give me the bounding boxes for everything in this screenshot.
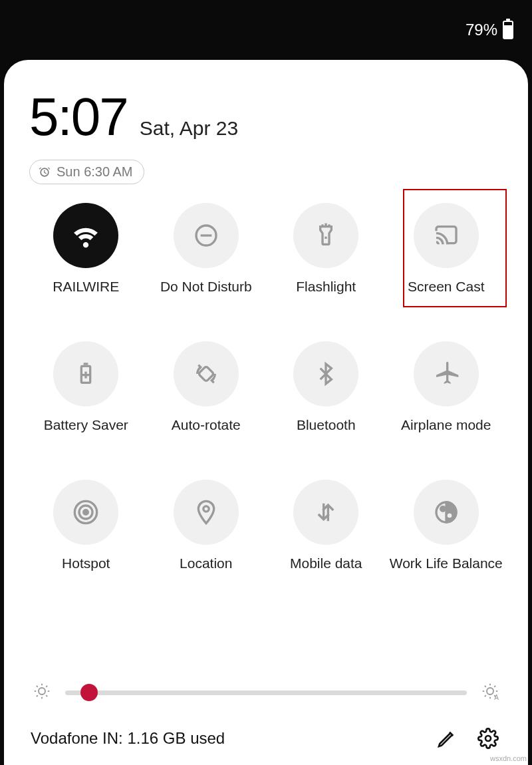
tile-hotspot-circle <box>53 480 118 545</box>
tile-dnd-label: Do Not Disturb <box>160 279 252 295</box>
tile-hotspot-label: Hotspot <box>62 555 110 571</box>
tile-wifi-circle <box>53 203 118 268</box>
gear-icon <box>477 728 499 749</box>
svg-line-35 <box>494 686 495 687</box>
tile-flashlight-label: Flashlight <box>296 279 356 295</box>
work-life-icon <box>433 499 460 526</box>
cast-icon <box>433 222 460 249</box>
tile-bluetooth-label: Bluetooth <box>297 417 356 433</box>
brightness-low-icon[interactable] <box>32 681 52 704</box>
tile-airplane[interactable]: Airplane mode <box>390 341 503 433</box>
tile-flashlight[interactable]: Flashlight <box>269 203 383 295</box>
brightness-auto-icon[interactable]: A <box>480 681 500 704</box>
tile-flashlight-circle <box>293 203 358 268</box>
brightness-row: A <box>29 681 503 704</box>
brightness-slider-thumb[interactable] <box>80 684 98 701</box>
tile-airplane-circle <box>414 341 479 406</box>
tile-location-label: Location <box>180 555 232 571</box>
tile-mobile-data-circle <box>293 480 358 545</box>
brightness-slider[interactable] <box>65 690 467 695</box>
tile-dnd[interactable]: Do Not Disturb <box>150 203 263 295</box>
dnd-icon <box>193 222 219 249</box>
svg-line-26 <box>46 686 47 687</box>
tile-mobile-data-label: Mobile data <box>290 555 362 571</box>
tile-battery-saver-circle <box>53 341 118 406</box>
tile-auto-rotate[interactable]: Auto-rotate <box>150 341 263 433</box>
footer-row: Vodafone IN: 1.16 GB used <box>29 722 503 752</box>
clock-row: 5:07 Sat, Apr 23 <box>29 86 503 148</box>
status-bar: 79% <box>0 0 532 60</box>
tile-mobile-data[interactable]: Mobile data <box>269 480 383 571</box>
alarm-label: Sun 6:30 AM <box>57 164 133 180</box>
svg-point-16 <box>440 507 445 512</box>
svg-point-37 <box>485 736 491 741</box>
tile-location-circle <box>174 480 239 545</box>
tile-auto-rotate-circle <box>174 341 239 406</box>
settings-button[interactable] <box>475 725 501 752</box>
svg-point-18 <box>39 688 45 694</box>
location-icon <box>193 499 219 526</box>
svg-line-24 <box>46 695 47 696</box>
tile-wifi-label: RAILWIRE <box>53 279 119 295</box>
alarm-chip[interactable]: Sun 6:30 AM <box>29 160 144 184</box>
svg-line-34 <box>485 695 486 696</box>
clock-date: Sat, Apr 23 <box>140 117 238 140</box>
tile-auto-rotate-label: Auto-rotate <box>172 417 241 433</box>
tile-screencast[interactable]: Screen Cast <box>390 203 503 295</box>
bluetooth-icon <box>313 361 339 387</box>
battery-saver-icon <box>72 361 99 387</box>
mobile-data-icon <box>313 499 339 526</box>
svg-point-14 <box>203 506 209 512</box>
pencil-icon <box>436 728 458 749</box>
tile-work-life[interactable]: Work Life Balance <box>390 480 503 571</box>
tile-dnd-circle <box>174 203 239 268</box>
tile-wifi[interactable]: RAILWIRE <box>29 203 143 295</box>
tile-bluetooth[interactable]: Bluetooth <box>269 341 383 433</box>
tile-screencast-circle <box>414 203 479 268</box>
tile-hotspot[interactable]: Hotspot <box>29 480 143 571</box>
svg-line-23 <box>37 686 38 687</box>
tile-bluetooth-circle <box>293 341 358 406</box>
battery-percent: 79% <box>466 21 497 39</box>
watermark: wsxdn.com <box>490 754 527 762</box>
clock-time: 5:07 <box>29 86 128 148</box>
tile-work-life-label: Work Life Balance <box>390 555 503 571</box>
svg-text:A: A <box>494 694 499 701</box>
flashlight-icon <box>313 222 339 249</box>
svg-line-25 <box>37 695 38 696</box>
quick-settings-panel: 5:07 Sat, Apr 23 Sun 6:30 AM RAILWIRE Do… <box>4 60 528 765</box>
alarm-clock-icon <box>38 166 51 179</box>
carrier-usage: Vodafone IN: 1.16 GB used <box>31 729 225 748</box>
tile-airplane-label: Airplane mode <box>401 417 491 433</box>
svg-point-11 <box>84 510 88 515</box>
tile-location[interactable]: Location <box>150 480 263 571</box>
battery-icon <box>503 21 513 39</box>
edit-button[interactable] <box>434 725 460 752</box>
auto-rotate-icon <box>193 361 219 387</box>
tile-work-life-circle <box>414 480 479 545</box>
hotspot-icon <box>72 499 99 526</box>
tile-screencast-label: Screen Cast <box>408 279 485 295</box>
svg-line-32 <box>485 686 486 687</box>
svg-point-27 <box>487 688 493 694</box>
svg-point-17 <box>447 514 452 518</box>
quick-tiles-grid: RAILWIRE Do Not Disturb Flashlight Scree… <box>29 203 503 571</box>
wifi-icon <box>72 222 99 249</box>
tile-battery-saver[interactable]: Battery Saver <box>29 341 143 433</box>
airplane-icon <box>433 361 460 387</box>
tile-battery-saver-label: Battery Saver <box>44 417 128 433</box>
